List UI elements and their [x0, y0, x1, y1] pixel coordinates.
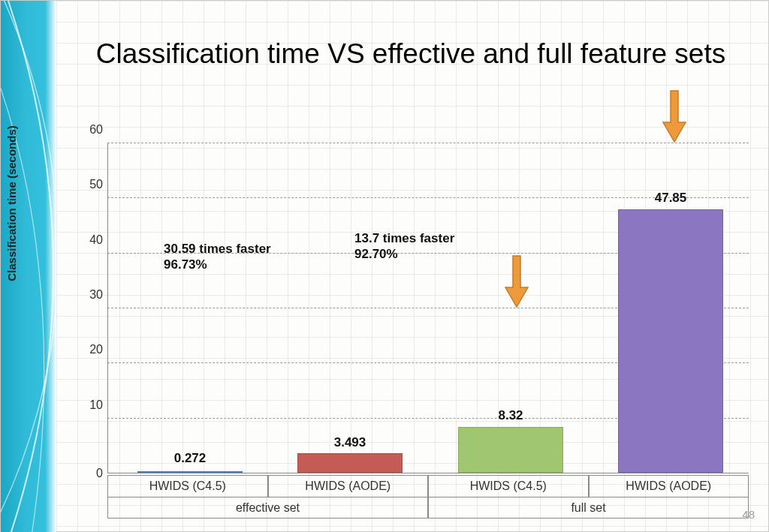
bar-hwids-c45-effective	[137, 471, 243, 473]
bar-value: 8.32	[458, 408, 563, 423]
x-group: effective set	[107, 497, 428, 518]
y-tick: 10	[80, 398, 103, 412]
x-category: HWIDS (C4.5)	[428, 475, 589, 497]
y-axis	[107, 143, 108, 473]
y-tick: 0	[80, 467, 103, 480]
arrow-icon	[662, 89, 687, 143]
annotation-left: 30.59 times faster 96.73%	[164, 241, 271, 273]
plot-area: 0 10 20 30 40 50 60 0.272 3.493 8.32	[107, 143, 749, 473]
y-tick: 40	[80, 233, 103, 247]
slide: Classification time VS effective and ful…	[0, 0, 769, 532]
annotation-right: 13.7 times faster 92.70%	[354, 230, 454, 263]
y-axis-title: Classification time (seconds)	[5, 98, 18, 308]
page-title: Classification time VS effective and ful…	[76, 38, 746, 70]
x-category: HWIDS (C4.5)	[107, 475, 268, 497]
x-category: HWIDS (AODE)	[268, 475, 429, 497]
x-category: HWIDS (AODE)	[589, 475, 749, 497]
x-axis	[107, 473, 749, 473]
y-tick: 50	[80, 178, 103, 191]
bar-hwids-aode-full	[618, 209, 723, 473]
page-number: 48	[742, 508, 755, 521]
chart: Classification time (seconds) 0 10 20 30…	[73, 143, 749, 473]
bar-hwids-c45-full	[458, 427, 563, 473]
bar-hwids-aode-effective	[297, 453, 403, 473]
y-tick: 60	[80, 123, 103, 137]
bar-value: 3.493	[297, 435, 403, 450]
y-tick: 30	[80, 288, 103, 302]
x-group: full set	[428, 497, 749, 518]
gridline	[107, 143, 749, 143]
bar-value: 0.272	[137, 451, 243, 466]
bar-value: 47.85	[618, 191, 723, 206]
arrow-icon	[504, 254, 529, 308]
y-tick: 20	[80, 343, 103, 356]
